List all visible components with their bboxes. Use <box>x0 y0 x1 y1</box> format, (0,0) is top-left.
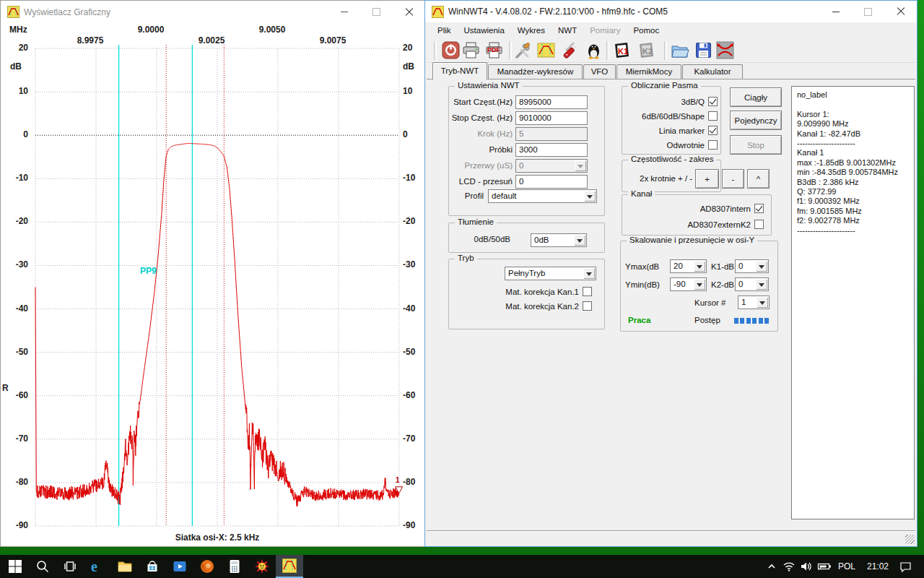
start-cz-st-hz-input[interactable]: 8995000 <box>515 95 588 109</box>
menu-item-pomoc[interactable]: Pomoc <box>627 24 666 37</box>
menu-item-ustawienia[interactable]: Ustawienia <box>458 24 511 37</box>
freq-plus-button[interactable]: + <box>695 169 719 189</box>
file-explorer-taskbar-icon[interactable] <box>111 555 139 578</box>
irfanview-taskbar-icon[interactable] <box>248 555 276 578</box>
sweep-chart[interactable] <box>1 23 425 548</box>
profil-combo[interactable]: default <box>488 189 597 203</box>
tab-kalkulator[interactable]: Kalkulator <box>682 64 743 79</box>
firefox-taskbar-icon[interactable] <box>193 555 221 578</box>
graph-display-icon[interactable] <box>536 40 557 61</box>
winnwt-taskbar-icon[interactable] <box>276 555 303 578</box>
freq-up-button[interactable]: ^ <box>747 169 770 189</box>
plot-area[interactable]: MHz dB dB R PP9 1 Siatka osi-X: 2.5 kHz … <box>1 23 425 546</box>
checkbox-row-ad8307intern: AD8307intern <box>622 204 771 213</box>
menu-item-pomiary[interactable]: Pomiary <box>583 24 627 37</box>
calculator-taskbar-icon[interactable] <box>221 555 248 578</box>
language-indicator[interactable]: POL <box>834 555 860 578</box>
tab-miernikmocy[interactable]: MiernikMocy <box>616 64 681 79</box>
menu-item-plik[interactable]: Plik <box>431 24 458 37</box>
task-view-taskbar-icon[interactable] <box>56 555 84 578</box>
pojedynczy-button[interactable]: Pojedynczy <box>730 111 782 130</box>
x-tick-label: 9.0000 <box>131 25 171 35</box>
tab-vfo[interactable]: VFO <box>583 64 616 79</box>
battery-charging-icon[interactable] <box>815 555 834 578</box>
tools-icon[interactable] <box>513 40 533 61</box>
ymin-combo[interactable]: -90 <box>670 277 707 291</box>
lcd-przesu-input[interactable]: 0 <box>515 175 588 189</box>
minimize-icon[interactable] <box>819 1 852 22</box>
menu-item-wykres[interactable]: Wykres <box>511 24 552 37</box>
maximize-icon[interactable] <box>360 1 393 23</box>
krok-hz-input[interactable]: 5 <box>515 127 588 141</box>
x-axis-unit: MHz <box>9 25 27 35</box>
printer-icon[interactable] <box>461 40 481 61</box>
linia-marker-checkbox[interactable] <box>708 126 718 135</box>
power-icon[interactable] <box>441 40 461 61</box>
stop-button[interactable]: Stop <box>730 135 782 155</box>
k2-calibration-icon[interactable]: K2 <box>637 40 657 61</box>
open-folder-icon[interactable] <box>670 40 690 61</box>
y-tick-label-right: -90 <box>403 520 415 530</box>
mode-combo[interactable]: PełnyTryb <box>505 267 596 280</box>
y-tick-label-right: -10 <box>403 173 415 183</box>
y-tick-label-right: 10 <box>403 86 412 96</box>
y-tick-label-right: -40 <box>403 303 415 314</box>
mat-korekcja-kan-2-checkbox[interactable] <box>583 301 592 311</box>
ciagly-button[interactable]: Ciągły <box>730 87 782 107</box>
y-tick-label-right: -50 <box>403 347 415 357</box>
tab-bar: Tryb-NWTManadżer-wykresówVFOMiernikMocyK… <box>427 62 915 79</box>
mat-korekcja-kan-1-checkbox[interactable] <box>583 287 592 296</box>
k1-combo[interactable]: 0 <box>735 259 769 273</box>
toolbar-separator <box>664 41 667 60</box>
3db-q-checkbox[interactable] <box>708 97 718 106</box>
attenuator-combo[interactable]: 0dB <box>531 233 587 247</box>
wifi-icon[interactable] <box>780 555 798 578</box>
group-title: Skalowanie i przesunięcie w osi-Y <box>627 236 757 244</box>
store-taskbar-icon[interactable] <box>139 555 166 578</box>
volume-icon[interactable] <box>797 555 816 578</box>
progress-label: Postęp <box>694 316 720 324</box>
tab-pane-edge <box>427 79 915 79</box>
przerwy-us-combo[interactable]: 0 <box>515 159 588 173</box>
k2-combo[interactable]: 0 <box>735 277 769 291</box>
ymax-combo[interactable]: 20 <box>670 259 707 273</box>
hidden-icons-chevron-icon[interactable] <box>763 555 780 578</box>
field-label-lcd-przesu: LCD - przesuń <box>449 177 513 186</box>
close-icon[interactable] <box>884 1 917 22</box>
tab-tryb-nwt[interactable]: Tryb-NWT <box>432 62 487 79</box>
save-floppy-icon[interactable] <box>694 40 714 61</box>
main-window-titlebar[interactable]: WinNWT4 - V.4.08.02 - FW:2.110:V00 - hfm… <box>425 1 917 22</box>
stop-cz-st-hz-input[interactable]: 9010000 <box>515 111 588 125</box>
sweep-icon[interactable] <box>715 40 736 61</box>
tab-manad-er-wykres-w[interactable]: Manadżer-wykresów <box>488 64 583 79</box>
search-taskbar-icon[interactable] <box>29 555 56 578</box>
y-tick-label-left: -30 <box>5 259 28 269</box>
ad8307externk2-checkbox[interactable] <box>754 220 764 229</box>
group-tlumienie: Tłumienie 0dB/50dB 0dB <box>448 223 605 253</box>
checkbox-label: AD8307intern <box>700 204 751 213</box>
close-icon[interactable] <box>393 1 425 23</box>
menu-item-nwt[interactable]: NWT <box>552 24 583 37</box>
action-center-icon[interactable] <box>894 555 916 578</box>
start-button-icon[interactable] <box>1 555 29 578</box>
tux-penguin-icon[interactable] <box>584 40 604 61</box>
ad8307intern-checkbox[interactable] <box>754 204 764 213</box>
pdf-printer-icon[interactable]: PDF <box>484 40 505 61</box>
movies-tv-taskbar-icon[interactable] <box>166 555 193 578</box>
k1-calibration-icon[interactable]: K1 <box>612 40 632 61</box>
clock[interactable]: 21:02 <box>861 555 894 578</box>
odwrotnie-checkbox[interactable] <box>708 140 718 150</box>
6db-60db-shape-checkbox[interactable] <box>708 111 718 121</box>
freq-minus-button[interactable]: - <box>722 169 744 189</box>
edge-taskbar-icon[interactable]: e <box>84 555 111 578</box>
kursor-combo[interactable]: 1 <box>738 296 770 309</box>
y-axis-unit-right: dB <box>403 61 414 72</box>
y-tick-label-right: 20 <box>403 43 412 53</box>
minimize-icon[interactable] <box>328 1 360 23</box>
graph-window-titlebar[interactable]: Wyświetlacz Graficzny <box>1 1 425 23</box>
resize-grip[interactable] <box>905 535 915 544</box>
pr-bki-input[interactable]: 3000 <box>515 143 588 157</box>
maximize-icon[interactable] <box>852 1 884 22</box>
y-tick-label-left: -80 <box>5 477 28 487</box>
swiss-knife-icon[interactable] <box>559 40 580 61</box>
